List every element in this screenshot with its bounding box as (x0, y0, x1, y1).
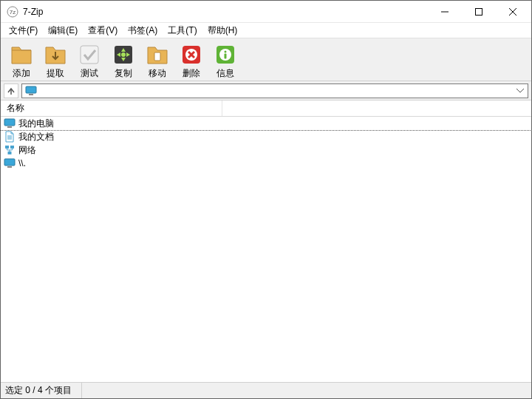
move-label: 移动 (149, 67, 166, 80)
move-icon (146, 43, 169, 66)
svg-rect-20 (29, 94, 33, 95)
add-icon (10, 43, 33, 66)
computer-icon (25, 86, 37, 96)
extract-icon (44, 43, 67, 66)
info-button[interactable]: 信息 (209, 41, 242, 79)
delete-button[interactable]: 删除 (175, 41, 208, 79)
list-item[interactable]: \\. (1, 157, 531, 170)
app-icon: 7z (7, 6, 18, 18)
move-button[interactable]: 移动 (141, 41, 174, 79)
svg-rect-21 (4, 119, 15, 126)
item-label: 网络 (18, 144, 36, 157)
copy-label: 复制 (115, 67, 132, 80)
test-button[interactable]: 测试 (73, 41, 106, 79)
copy-icon (112, 43, 135, 66)
maximize-button[interactable] (462, 1, 496, 22)
document-icon (4, 131, 16, 143)
svg-rect-9 (154, 52, 160, 61)
svg-rect-19 (26, 86, 36, 93)
item-label: \\. (18, 158, 26, 168)
titlebar: 7z 7-Zip (1, 1, 531, 23)
svg-rect-27 (10, 146, 14, 149)
list-item[interactable]: 网络 (1, 143, 531, 157)
address-input[interactable] (21, 83, 528, 98)
menu-help[interactable]: 帮助(H) (202, 23, 243, 38)
svg-point-16 (225, 51, 227, 53)
window-controls (428, 1, 530, 22)
up-button[interactable] (4, 83, 18, 98)
svg-rect-6 (81, 46, 98, 64)
extract-label: 提取 (47, 67, 64, 80)
close-button[interactable] (496, 1, 530, 22)
menubar: 文件(F) 编辑(E) 查看(V) 书签(A) 工具(T) 帮助(H) (1, 23, 531, 38)
info-icon (214, 43, 237, 66)
item-label: 我的电脑 (18, 117, 54, 130)
copy-button[interactable]: 复制 (107, 41, 140, 79)
computer-icon (4, 117, 16, 129)
address-bar (1, 81, 531, 100)
svg-rect-17 (225, 54, 227, 59)
svg-point-8 (121, 52, 126, 57)
menu-view[interactable]: 查看(V) (83, 23, 123, 38)
list-item[interactable]: 我的电脑 (1, 117, 531, 130)
menu-file[interactable]: 文件(F) (4, 23, 43, 38)
svg-rect-3 (476, 8, 482, 15)
statusbar: 选定 0 / 4 个项目 (1, 382, 531, 398)
network-icon (4, 144, 16, 156)
svg-rect-30 (7, 166, 12, 168)
column-name[interactable]: 名称 (1, 100, 222, 116)
svg-rect-22 (7, 126, 12, 128)
test-icon (78, 43, 101, 66)
svg-rect-26 (5, 146, 9, 149)
delete-label: 删除 (183, 67, 200, 80)
add-button[interactable]: 添加 (5, 41, 38, 79)
svg-rect-29 (4, 159, 15, 166)
file-list[interactable]: 我的电脑 我的文档 网络 \\. (1, 117, 531, 383)
window-title: 7-Zip (23, 7, 428, 17)
minimize-button[interactable] (428, 1, 462, 22)
item-label: 我的文档 (18, 131, 54, 143)
list-item[interactable]: 我的文档 (1, 130, 531, 143)
toolbar: 添加 提取 测试 复制 移动 删除 信息 (1, 38, 531, 81)
extract-button[interactable]: 提取 (39, 41, 72, 79)
menu-bookmarks[interactable]: 书签(A) (123, 23, 163, 38)
delete-icon (180, 43, 203, 66)
menu-edit[interactable]: 编辑(E) (43, 23, 83, 38)
status-selection: 选定 0 / 4 个项目 (1, 383, 82, 398)
monitor-icon (4, 157, 16, 169)
add-label: 添加 (13, 67, 30, 80)
info-label: 信息 (216, 67, 234, 80)
menu-tools[interactable]: 工具(T) (163, 23, 202, 38)
svg-rect-28 (8, 151, 12, 154)
address-dropdown[interactable] (514, 86, 526, 96)
svg-text:7z: 7z (10, 9, 16, 16)
test-label: 测试 (81, 67, 98, 80)
list-header: 名称 (1, 100, 531, 117)
status-spacer (82, 383, 531, 398)
